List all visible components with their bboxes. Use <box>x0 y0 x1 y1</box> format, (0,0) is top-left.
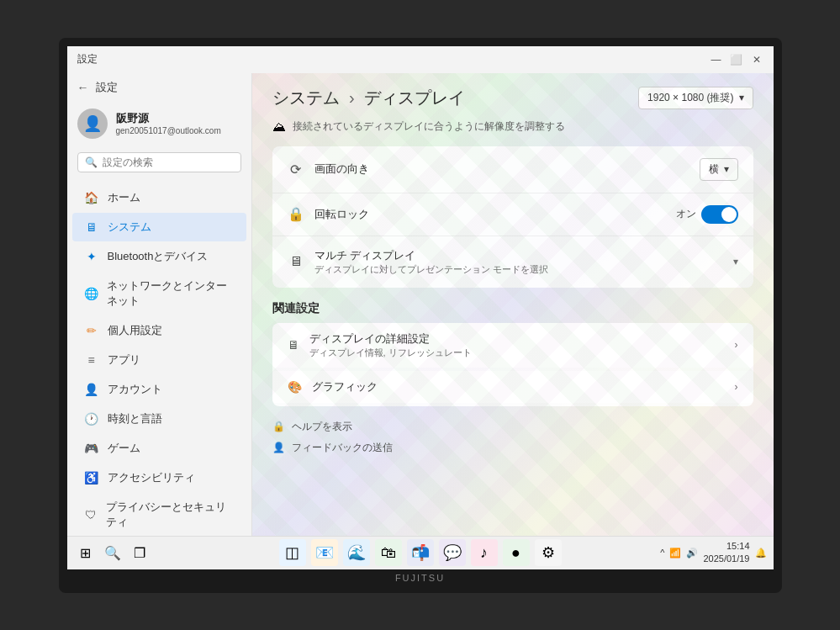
window-title: 設定 <box>77 52 98 66</box>
sidebar-item-apps-label: アプリ <box>108 352 140 368</box>
sidebar-item-accessibility[interactable]: ♿ アクセシビリティ <box>72 463 246 492</box>
taskbar-search-button[interactable]: 🔍 <box>101 541 124 564</box>
accounts-icon: 👤 <box>84 383 99 396</box>
minimize-button[interactable]: — <box>710 53 723 66</box>
back-nav[interactable]: ← 設定 <box>67 73 251 102</box>
avatar: 👤 <box>77 109 108 139</box>
graphics-left: 🎨 グラフィック <box>288 379 378 394</box>
taskbar-right: ^ 📶 🔊 15:14 2025/01/19 🔔 <box>660 540 766 566</box>
breadcrumb-current: ディスプレイ <box>364 88 465 107</box>
multi-display-title: マルチ ディスプレイ <box>314 248 548 263</box>
sidebar-item-apps[interactable]: ≡ アプリ <box>72 346 246 374</box>
start-button[interactable]: ⊞ <box>74 541 98 564</box>
resolution-chevron-icon: ▾ <box>739 92 744 103</box>
display-detail-texts: ディスプレイの詳細設定 ディスプレイ情報, リフレッシュレート <box>309 331 472 359</box>
orientation-value: 横 <box>709 162 719 177</box>
display-detail-title: ディスプレイの詳細設定 <box>309 331 472 347</box>
nav-list: 🏠 ホーム 🖥 システム ✦ Bluetoothとデバイス 🌐 ネットワークとイ… <box>67 179 251 536</box>
close-button[interactable]: ✕ <box>750 53 763 66</box>
sidebar-item-time-label: 時刻と言語 <box>108 411 162 426</box>
sidebar-item-accounts-label: アカウント <box>108 382 162 397</box>
tray-network-icon[interactable]: 📶 <box>669 548 681 559</box>
breadcrumb-separator: › <box>349 88 355 107</box>
sidebar-item-accounts[interactable]: 👤 アカウント <box>72 375 246 404</box>
user-name: 阪野源 <box>116 111 221 126</box>
display-detail-row[interactable]: 🖥 ディスプレイの詳細設定 ディスプレイ情報, リフレッシュレート › <box>272 323 753 368</box>
taskbar-time: 15:14 <box>703 540 749 553</box>
app-window: ← 設定 👤 阪野源 gen20051017@outlook.com 🔍 <box>67 73 774 536</box>
sidebar-item-personalize-label: 個人用設定 <box>108 323 162 338</box>
graphics-row[interactable]: 🎨 グラフィック › <box>272 371 753 403</box>
taskbar-teams-icon[interactable]: 💬 <box>439 539 466 566</box>
footer-links: 🔒 ヘルプを表示 👤 フィードバックの送信 <box>272 420 753 455</box>
search-input[interactable] <box>103 156 234 168</box>
taskbar-store-icon[interactable]: 🛍 <box>375 539 402 566</box>
taskbar-widgets-icon[interactable]: ◫ <box>279 539 306 566</box>
multi-display-subtitle: ディスプレイに対してプレゼンテーション モードを選択 <box>314 263 548 276</box>
related-settings-title: 関連設定 <box>272 301 753 316</box>
sidebar-item-home[interactable]: 🏠 ホーム <box>72 183 246 212</box>
main-content: システム › ディスプレイ 1920 × 1080 (推奨) ▾ ⛰ 接続されて… <box>252 73 774 536</box>
page-header: システム › ディスプレイ 1920 × 1080 (推奨) ▾ <box>272 87 753 109</box>
graphics-title: グラフィック <box>312 379 378 394</box>
taskbar-settings-icon[interactable]: ⚙ <box>535 539 562 566</box>
related-settings-card: 🖥 ディスプレイの詳細設定 ディスプレイ情報, リフレッシュレート › 🎨 <box>272 323 753 406</box>
sidebar-item-system-label: システム <box>108 220 151 235</box>
screen-orientation-title: 画面の向き <box>314 161 369 177</box>
rotation-lock-toggle[interactable] <box>701 205 738 224</box>
help-icon: 🔒 <box>272 421 285 432</box>
graphics-chevron-icon: › <box>735 381 738 393</box>
feedback-label: フィードバックの送信 <box>292 441 393 455</box>
monitor-bezel: 設定 — ⬜ ✕ ← 設定 👤 阪野源 gen20051017@outloo <box>59 38 782 593</box>
tray-volume-icon[interactable]: 🔊 <box>686 548 698 559</box>
subtitle-row: ⛰ 接続されているディスプレイに合うように解像度を調整する <box>272 119 753 135</box>
multi-display-row[interactable]: 🖥 マルチ ディスプレイ ディスプレイに対してプレゼンテーション モードを選択 … <box>272 236 753 288</box>
graphics-icon: 🎨 <box>288 380 302 394</box>
display-detail-chevron-icon: › <box>735 339 738 351</box>
taskbar-chrome-icon[interactable]: ● <box>503 539 530 566</box>
sidebar-item-gaming-label: ゲーム <box>108 441 140 456</box>
search-box[interactable]: 🔍 <box>77 152 241 172</box>
sidebar-item-bluetooth-label: Bluetoothとデバイス <box>108 249 209 264</box>
taskview-button[interactable]: ❐ <box>128 541 151 564</box>
rotation-lock-title: 回転ロック <box>314 207 369 222</box>
display-detail-icon: 🖥 <box>288 338 299 352</box>
sidebar-item-network[interactable]: 🌐 ネットワークとインターネット <box>72 272 246 315</box>
sidebar-item-time[interactable]: 🕐 時刻と言語 <box>72 405 246 433</box>
sidebar-item-privacy-label: プライバシーとセキュリティ <box>106 500 235 530</box>
sidebar-item-privacy[interactable]: 🛡 プライバシーとセキュリティ <box>72 493 246 536</box>
display-settings-card: ⟳ 画面の向き 横 ▾ 🔒 <box>272 146 753 288</box>
sidebar-item-gaming[interactable]: 🎮 ゲーム <box>72 434 246 463</box>
orientation-dropdown[interactable]: 横 ▾ <box>700 158 738 181</box>
screen-orientation-icon: ⟳ <box>288 161 304 177</box>
screen: 設定 — ⬜ ✕ ← 設定 👤 阪野源 gen20051017@outloo <box>67 46 774 569</box>
notification-icon[interactable]: 🔔 <box>755 548 767 559</box>
maximize-button[interactable]: ⬜ <box>730 53 743 66</box>
orientation-chevron-icon: ▾ <box>724 163 729 175</box>
user-profile[interactable]: 👤 阪野源 gen20051017@outlook.com <box>67 102 251 146</box>
subtitle-icon: ⛰ <box>272 119 286 135</box>
feedback-link[interactable]: 👤 フィードバックの送信 <box>272 441 753 455</box>
back-nav-label: 設定 <box>96 80 118 95</box>
bluetooth-icon: ✦ <box>84 250 99 263</box>
rotation-lock-row[interactable]: 🔒 回転ロック オン <box>272 193 753 236</box>
search-icon: 🔍 <box>85 156 98 168</box>
sidebar-item-system[interactable]: 🖥 システム <box>72 213 246 241</box>
back-arrow-icon: ← <box>77 81 89 94</box>
taskbar-edge-icon[interactable]: 🌊 <box>343 539 370 566</box>
resolution-label: 1920 × 1080 (推奨) <box>647 91 733 105</box>
tray-chevron-icon: ^ <box>660 548 664 558</box>
sidebar-item-network-label: ネットワークとインターネット <box>107 278 235 309</box>
breadcrumb: システム › ディスプレイ <box>272 87 466 109</box>
help-link[interactable]: 🔒 ヘルプを表示 <box>272 420 753 434</box>
title-bar: 設定 — ⬜ ✕ <box>67 46 774 73</box>
taskbar-mail-icon[interactable]: 📧 <box>311 539 338 566</box>
resolution-dropdown[interactable]: 1920 × 1080 (推奨) ▾ <box>638 87 753 109</box>
taskbar-tiktok-icon[interactable]: ♪ <box>471 539 498 566</box>
sidebar-item-bluetooth[interactable]: ✦ Bluetoothとデバイス <box>72 242 246 271</box>
taskbar-outlook-icon[interactable]: 📬 <box>407 539 434 566</box>
sidebar-item-personalize[interactable]: ✏ 個人用設定 <box>72 316 246 345</box>
time-icon: 🕐 <box>84 412 99 426</box>
time-date[interactable]: 15:14 2025/01/19 <box>703 540 749 566</box>
screen-orientation-row[interactable]: ⟳ 画面の向き 横 ▾ <box>272 146 753 193</box>
